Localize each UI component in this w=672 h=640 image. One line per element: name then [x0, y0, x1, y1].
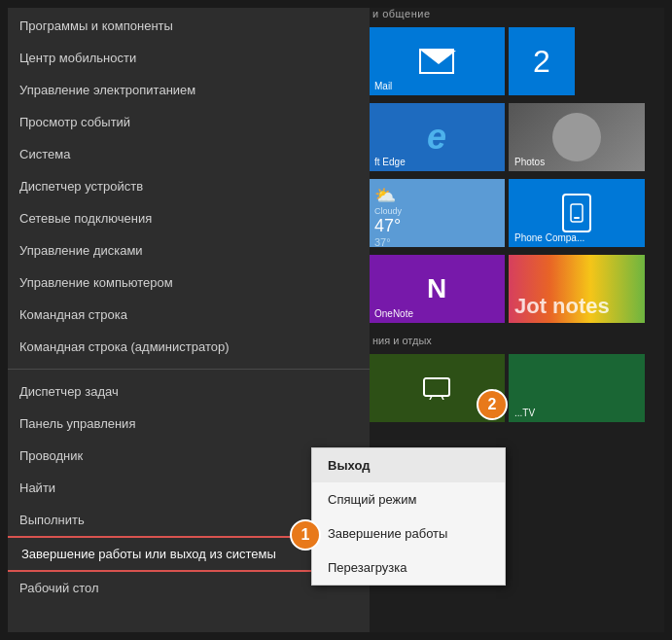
tile-phone[interactable]: Phone Compa...: [509, 179, 645, 247]
tile-tv2[interactable]: ...TV: [509, 354, 645, 422]
tile-phone-label: Phone Compa...: [514, 232, 584, 243]
menu-item-cmd[interactable]: Командная строка: [0, 299, 370, 331]
submenu-power: Выход Спящий режим Завершение работы Пер…: [311, 447, 506, 586]
svg-rect-1: [574, 217, 580, 219]
weather-low: 37°: [374, 236, 499, 248]
menu-item-label: Панель управления: [19, 416, 135, 431]
section-label-entertainment: ния и отдых: [361, 327, 672, 350]
weather-icon: ⛅: [374, 185, 499, 206]
svg-rect-2: [424, 378, 449, 396]
mail-icon: [419, 49, 454, 74]
tile-weather[interactable]: ⛅ Cloudy 47° 37°: [369, 179, 505, 247]
menu-item-label: Просмотр событий: [19, 115, 130, 129]
menu-item-shutdown-label: Завершение работы или выход из системы: [21, 547, 276, 561]
menu-item-label: Командная строка: [19, 307, 127, 322]
onenote-row-tiles: N OneNote Jot notes: [361, 251, 672, 327]
weather-temp: 47°: [374, 216, 499, 236]
tile-photos-label: Photos: [514, 157, 545, 167]
mid-row-tiles: e ft Edge Photos: [361, 99, 672, 175]
tile-onenote-label: OneNote: [374, 308, 413, 319]
menu-item-computer-mgmt[interactable]: Управление компьютером: [0, 267, 370, 299]
menu-item-programs[interactable]: Программы и компоненты: [0, 10, 370, 42]
tile-photos[interactable]: Photos: [509, 103, 645, 171]
menu-item-label: Выполнить: [19, 513, 85, 527]
top-row-tiles: Mail 2: [361, 23, 672, 99]
menu-item-label: Центр мобильности: [19, 51, 136, 65]
tile-mail[interactable]: Mail: [369, 27, 505, 95]
weather-row-tiles: ⛅ Cloudy 47° 37° Phone Compa...: [361, 175, 672, 251]
menu-item-system[interactable]: Система: [0, 138, 370, 170]
tile-edge[interactable]: e ft Edge: [369, 103, 505, 171]
tile-mail-label: Mail: [374, 81, 392, 91]
tile-calendar[interactable]: 2: [509, 27, 575, 95]
menu-item-label: Проводник: [19, 448, 83, 463]
submenu-item-restart[interactable]: Перезагрузка: [312, 551, 505, 585]
bottom-row-tiles: ...TV: [361, 350, 672, 426]
screenshot-wrapper: и общение Mail 2 e ft Edge Pho: [0, 0, 672, 640]
menu-item-cmd-admin[interactable]: Командная строка (администратор): [0, 331, 370, 363]
menu-item-label: Рабочий стол: [19, 581, 99, 595]
calendar-number: 2: [533, 46, 550, 77]
person-silhouette: [552, 113, 601, 161]
weather-title: Cloudy: [374, 206, 499, 216]
menu-item-label: Командная строка (администратор): [19, 339, 230, 354]
section-label-communication: и общение: [361, 0, 672, 23]
tv-icon: [422, 376, 451, 400]
menu-item-label: Управление электропитанием: [19, 83, 195, 97]
menu-item-label: Программы и компоненты: [19, 18, 173, 33]
tile-tv2-label: ...TV: [514, 408, 535, 418]
menu-item-network[interactable]: Сетевые подключения: [0, 202, 370, 234]
step-badge-2: 2: [477, 389, 508, 420]
menu-divider-1: [0, 369, 370, 370]
menu-item-label: Система: [19, 147, 70, 161]
tile-jot[interactable]: Jot notes: [509, 255, 645, 323]
menu-item-label: Управление компьютером: [19, 275, 173, 290]
submenu-item-shutdown[interactable]: Завершение работы: [312, 516, 505, 551]
submenu-item-sleep[interactable]: Спящий режим: [312, 482, 505, 516]
menu-item-label: Диспетчер устройств: [19, 179, 143, 194]
step-badge-1: 1: [290, 519, 321, 551]
menu-item-label: Управление дисками: [19, 243, 143, 258]
menu-item-task-mgr[interactable]: Диспетчер задач: [0, 375, 370, 408]
edge-icon: e: [427, 117, 446, 158]
menu-item-label: Сетевые подключения: [19, 211, 152, 226]
submenu-item-logout[interactable]: Выход: [312, 448, 505, 482]
menu-item-device-manager[interactable]: Диспетчер устройств: [0, 170, 370, 202]
svg-rect-0: [571, 204, 583, 222]
onenote-icon: N: [427, 273, 446, 304]
menu-item-control-panel[interactable]: Панель управления: [0, 408, 370, 440]
phone-icon: [562, 194, 591, 232]
menu-item-label: Диспетчер задач: [19, 384, 119, 399]
menu-item-power[interactable]: Управление электропитанием: [0, 74, 370, 106]
tile-edge-label: ft Edge: [374, 157, 406, 167]
menu-item-disk-mgmt[interactable]: Управление дисками: [0, 234, 370, 267]
menu-item-label: Найти: [19, 480, 55, 495]
badge-number-1: 1: [301, 526, 310, 544]
menu-item-events[interactable]: Просмотр событий: [0, 106, 370, 138]
tile-onenote[interactable]: N OneNote: [369, 255, 505, 323]
jot-label: Jot notes: [514, 294, 610, 319]
badge-number-2: 2: [488, 396, 497, 413]
menu-item-mobility[interactable]: Центр мобильности: [0, 42, 370, 74]
